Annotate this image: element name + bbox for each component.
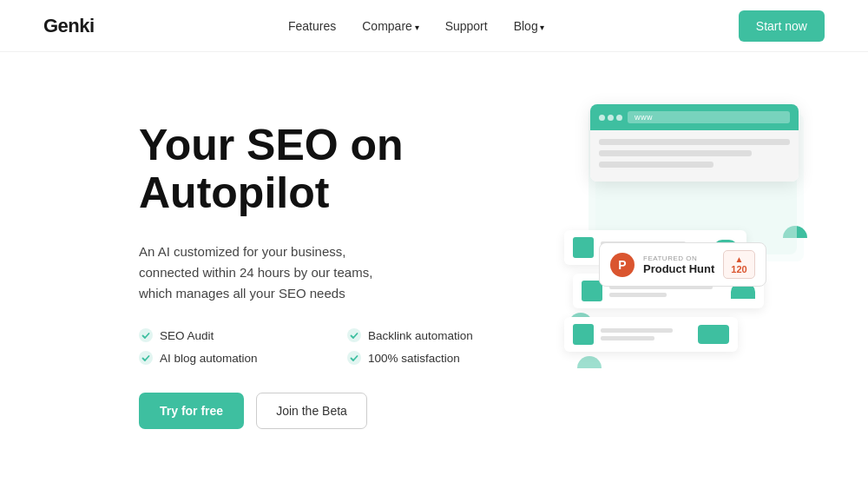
product-hunt-text: FEATURED ON Product Hunt (643, 254, 714, 275)
ph-count: 120 (731, 264, 746, 274)
main-content: Your SEO on Autopilot An AI customized f… (0, 52, 868, 489)
hero-subtitle: An AI customized for your business, conn… (139, 241, 408, 304)
content-card-3 (564, 317, 738, 352)
join-beta-button[interactable]: Join the Beta (256, 393, 367, 429)
browser-dots (599, 115, 622, 121)
hero-illustration: www (547, 104, 825, 489)
navbar: Genki Features Compare Support Blog Star… (0, 0, 868, 52)
dot-1 (599, 115, 605, 121)
browser-mockup: www (590, 104, 799, 182)
svg-point-0 (139, 328, 153, 342)
card-lines-3 (601, 328, 691, 340)
cta-buttons: Try for free Join the Beta (139, 393, 538, 429)
card-lines-2 (609, 285, 724, 297)
dot-2 (608, 115, 614, 121)
ph-votes: ▲ 120 (723, 250, 754, 279)
check-icon-4 (347, 351, 361, 365)
browser-bar: www (590, 104, 799, 130)
logo[interactable]: Genki (43, 15, 95, 37)
svg-point-2 (139, 351, 153, 365)
check-icon-2 (347, 328, 361, 342)
browser-line (599, 139, 790, 145)
start-now-button[interactable]: Start now (739, 10, 825, 42)
illustration-group: www (564, 96, 825, 339)
dot-3 (616, 115, 622, 121)
hero-title: Your SEO on Autopilot (139, 122, 538, 217)
svg-point-1 (347, 328, 361, 342)
svg-point-3 (347, 351, 361, 365)
nav-item-support[interactable]: Support (445, 18, 488, 34)
nav-item-features[interactable]: Features (288, 18, 336, 34)
browser-body (590, 130, 799, 182)
check-icon-3 (139, 351, 153, 365)
deco-circle-3 (577, 356, 602, 368)
ph-arrow-icon: ▲ (735, 254, 744, 264)
browser-line (599, 150, 752, 156)
browser-line (599, 162, 713, 168)
hero-left: Your SEO on Autopilot An AI customized f… (139, 104, 538, 429)
url-bar: www (628, 111, 790, 123)
card-icon-2 (582, 281, 602, 301)
feature-seo-audit: SEO Audit (139, 328, 330, 342)
try-free-button[interactable]: Try for free (139, 393, 244, 429)
product-hunt-logo: P (610, 253, 635, 277)
features-list: SEO Audit Backlink automation AI blog au… (139, 328, 538, 365)
feature-ai-blog: AI blog automation (139, 351, 330, 365)
card-icon-1 (573, 237, 594, 258)
feature-backlink: Backlink automation (347, 328, 538, 342)
card-wave-shape (698, 325, 729, 344)
card-icon-3 (573, 324, 594, 345)
nav-item-blog[interactable]: Blog (514, 18, 545, 34)
nav-links: Features Compare Support Blog (288, 18, 544, 34)
product-hunt-badge[interactable]: P FEATURED ON Product Hunt ▲ 120 (599, 242, 766, 287)
check-icon (139, 328, 153, 342)
feature-satisfaction: 100% satisfaction (347, 351, 538, 365)
nav-item-compare[interactable]: Compare (362, 18, 418, 34)
ph-featured-label: FEATURED ON (643, 254, 714, 262)
ph-name: Product Hunt (643, 262, 714, 275)
